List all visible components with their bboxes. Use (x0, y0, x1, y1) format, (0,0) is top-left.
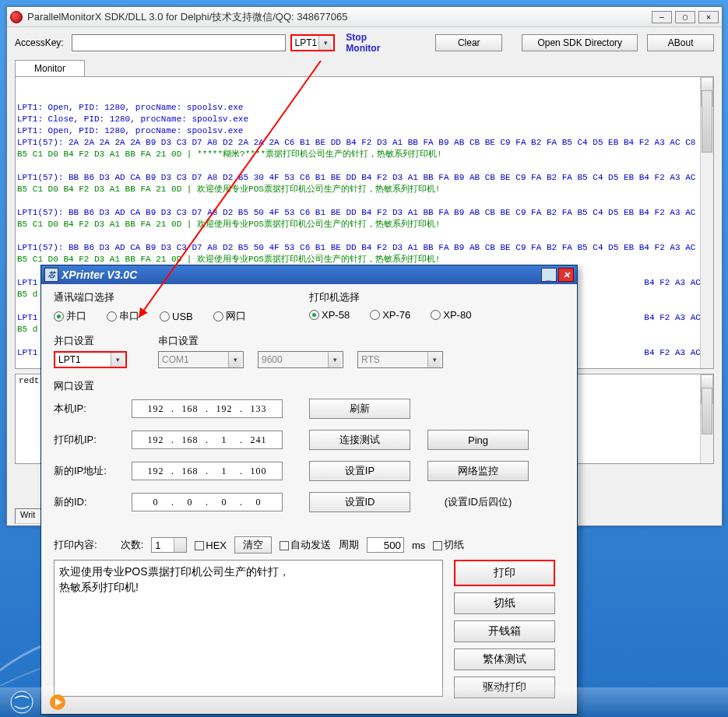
xprinter-titlebar[interactable]: 芯 XPrinter V3.0C _ ✕ (41, 265, 577, 284)
xprinter-close[interactable]: ✕ (558, 268, 574, 282)
print-button[interactable]: 打印 (454, 560, 555, 586)
log-line (17, 195, 712, 207)
ping-button[interactable]: Ping (427, 430, 529, 450)
titlebar[interactable]: ParallelMonitorX SDK/DLL 3.0 for Delphi/… (7, 7, 722, 27)
com-combo[interactable]: COM1 (158, 351, 244, 368)
xprinter-minimize[interactable]: _ (541, 268, 557, 282)
log-line: LPT1: Open, PID: 1280, procName: spoolsv… (17, 102, 712, 114)
local-ip-field[interactable]: 192. 168. 192. 133 (132, 399, 283, 418)
serial-settings-label: 串口设置 (158, 334, 443, 348)
tab-strip: Monitor (15, 60, 714, 76)
log-line: LPT1(57): BB B6 D3 AD CA B9 D3 C3 D7 A8 … (17, 207, 712, 219)
log-line: B5 C1 D0 B4 F2 D3 A1 BB FA 21 0D | 欢迎使用专… (17, 254, 712, 265)
period-label: 周期 (339, 538, 359, 552)
tab-monitor[interactable]: Monitor (15, 60, 85, 76)
log-line (17, 160, 712, 172)
port-combo[interactable]: LPT1 (290, 34, 336, 51)
cut-paper-button[interactable]: 切纸 (454, 592, 555, 614)
maximize-button[interactable]: ▢ (675, 11, 695, 23)
log-line (17, 230, 712, 242)
accesskey-input[interactable] (72, 34, 286, 51)
traditional-test-button[interactable]: 繁体测试 (454, 648, 555, 670)
stop-monitor-label[interactable]: Stop Monitor (346, 32, 399, 54)
count-label: 次数: (121, 538, 144, 552)
ms-label: ms (412, 540, 425, 551)
xprinter-title: XPrinter V3.0C (62, 269, 137, 281)
svg-point-1 (11, 691, 33, 713)
id-hint: (设置ID后四位) (427, 495, 529, 509)
radio-parallel[interactable]: 并口 (54, 309, 86, 323)
radio-xp58[interactable]: XP-58 (309, 309, 350, 321)
new-ip-label: 新的IP地址: (54, 464, 132, 478)
printer-select-label: 打印机选择 (309, 290, 564, 304)
radio-xp80[interactable]: XP-80 (431, 309, 471, 321)
print-textarea[interactable]: 欢迎使用专业POS票据打印机公司生产的针打， 热敏系列打印机! (54, 560, 443, 697)
app-icon (10, 11, 23, 23)
count-spinner[interactable]: 1 (151, 537, 187, 553)
log-line: LPT1(57): BB B6 D3 AD CA B9 D3 C3 D7 A8 … (17, 242, 712, 254)
close-button[interactable]: ✕ (698, 11, 719, 23)
taskbar[interactable] (0, 687, 728, 717)
baud-combo[interactable]: 9600 (258, 351, 343, 368)
set-id-button[interactable]: 设置ID (309, 492, 410, 512)
vertical-scrollbar[interactable] (700, 77, 713, 368)
log-line: B5 C1 D0 B4 F2 D3 A1 BB FA 21 0D | 欢迎使用专… (17, 219, 712, 230)
refresh-button[interactable]: 刷新 (309, 399, 410, 419)
start-orb-icon[interactable] (6, 691, 37, 714)
xprinter-window: 芯 XPrinter V3.0C _ ✕ 通讯端口选择 并口 串口 USB 网口… (40, 265, 578, 715)
new-ip-field[interactable]: 192. 168. 1. 100 (132, 462, 283, 480)
open-drawer-button[interactable]: 开钱箱 (454, 620, 555, 642)
log-line: B5 C1 D0 B4 F2 D3 A1 BB FA 21 0D | 欢迎使用专… (17, 184, 712, 195)
radio-usb[interactable]: USB (160, 311, 193, 322)
redt-text: redt (19, 376, 39, 385)
new-id-label: 新的ID: (54, 495, 132, 509)
net-monitor-button[interactable]: 网络监控 (427, 461, 529, 481)
flow-combo[interactable]: RTS (357, 351, 443, 368)
new-id-field[interactable]: 0. 0. 0. 0 (132, 493, 283, 511)
radio-serial[interactable]: 串口 (107, 309, 139, 323)
open-sdk-button[interactable]: Open SDK Directory (522, 34, 638, 51)
printer-ip-label: 打印机IP: (54, 433, 132, 447)
local-ip-label: 本机IP: (54, 402, 132, 416)
set-ip-button[interactable]: 设置IP (309, 461, 410, 481)
parallel-settings-label: 并口设置 (54, 334, 127, 348)
log-line: LPT1(57): 2A 2A 2A 2A 2A B9 D3 C3 D7 A8 … (17, 137, 712, 149)
hex-checkbox[interactable]: HEX (195, 540, 227, 551)
log-line: LPT1: Open, PID: 1280, procName: spoolsv… (17, 125, 712, 137)
conn-test-button[interactable]: 连接测试 (309, 430, 410, 450)
log-line: LPT1: Close, PID: 1280, procName: spools… (17, 114, 712, 125)
about-button[interactable]: ABout (647, 34, 714, 51)
vertical-scrollbar-2[interactable] (700, 374, 713, 463)
clear-text-button[interactable]: 清空 (234, 536, 272, 554)
lpt-combo[interactable]: LPT1 (54, 351, 127, 368)
net-settings-label: 网口设置 (54, 380, 94, 392)
radio-net[interactable]: 网口 (213, 309, 246, 323)
period-field[interactable] (367, 537, 404, 553)
accesskey-label: AccessKey: (15, 37, 64, 48)
window-title: ParallelMonitorX SDK/DLL 3.0 for Delphi/… (27, 10, 652, 24)
toolbar: AccessKey: LPT1 Stop Monitor Clear Open … (7, 27, 722, 58)
xprinter-icon: 芯 (44, 268, 58, 282)
comm-port-label: 通讯端口选择 (54, 290, 309, 304)
clear-button[interactable]: Clear (435, 34, 502, 51)
media-player-icon[interactable] (42, 691, 73, 714)
printer-ip-field[interactable]: 192. 168. 1. 241 (132, 431, 283, 449)
log-line: LPT1(57): BB B6 D3 AD CA B9 D3 C3 D7 A8 … (17, 172, 712, 184)
print-content-label: 打印内容: (54, 538, 97, 552)
minimize-button[interactable]: — (652, 11, 672, 23)
log-line: B5 C1 D0 B4 F2 D3 A1 BB FA 21 0D | *****… (17, 149, 712, 160)
radio-xp76[interactable]: XP-76 (370, 309, 410, 321)
cut-checkbox[interactable]: 切纸 (433, 538, 464, 552)
auto-send-checkbox[interactable]: 自动发送 (280, 538, 331, 552)
